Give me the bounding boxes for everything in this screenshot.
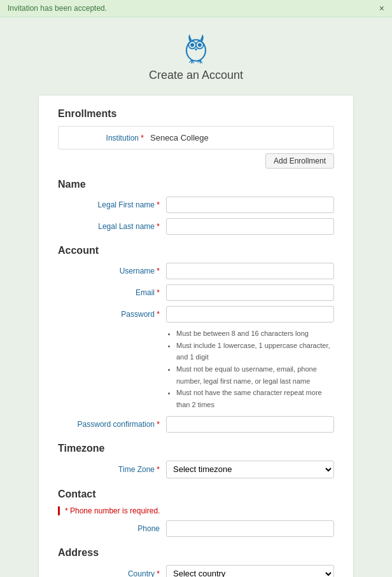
username-row: Username *: [58, 263, 334, 279]
add-enrollment-button[interactable]: Add Enrollment: [265, 153, 334, 169]
enrollment-row: Institution * Seneca College: [67, 133, 325, 143]
notification-bar: Invitation has been accepted. ×: [0, 0, 392, 17]
last-name-input[interactable]: [166, 218, 334, 235]
owl-logo-icon: [180, 30, 212, 65]
enrollment-box: Institution * Seneca College: [58, 126, 334, 149]
address-section-title: Address: [58, 547, 334, 559]
password-confirm-row: Password confirmation *: [58, 416, 334, 433]
email-input[interactable]: [166, 284, 334, 301]
last-name-row: Legal Last name *: [58, 218, 334, 235]
notification-close-button[interactable]: ×: [379, 4, 384, 13]
first-name-row: Legal First name *: [58, 197, 334, 213]
country-label: Country *: [58, 569, 160, 577]
country-row: Country * Select country: [58, 565, 334, 577]
password-hint-2: Must include 1 lowercase, 1 uppercase ch…: [176, 340, 334, 363]
contact-error-text: * Phone number is required.: [65, 506, 160, 515]
password-input[interactable]: [166, 306, 334, 323]
password-row: Password *: [58, 306, 334, 323]
last-name-label: Legal Last name *: [58, 222, 160, 231]
contact-section-title: Contact: [58, 489, 334, 500]
logo-area: Create an Account: [0, 17, 392, 88]
password-confirm-input[interactable]: [166, 416, 334, 433]
notification-message: Invitation has been accepted.: [8, 4, 107, 13]
main-card: Enrollments Institution * Seneca College…: [38, 95, 354, 577]
email-row: Email *: [58, 284, 334, 301]
password-hint-1: Must be between 8 and 16 characters long: [176, 328, 334, 340]
name-section-title: Name: [58, 179, 334, 190]
add-enrollment-wrapper: Add Enrollment: [58, 153, 334, 169]
username-label: Username *: [58, 267, 160, 275]
contact-error-banner: * Phone number is required.: [58, 506, 334, 515]
enrollments-section-title: Enrollments: [58, 108, 334, 120]
username-input[interactable]: [166, 263, 334, 279]
first-name-label: Legal First name *: [58, 200, 160, 209]
svg-point-4: [198, 43, 202, 47]
password-confirm-label: Password confirmation *: [58, 420, 160, 429]
account-section-title: Account: [58, 245, 334, 256]
phone-input[interactable]: [166, 520, 334, 537]
timezone-section-title: Timezone: [58, 443, 334, 454]
phone-row: Phone: [58, 520, 334, 537]
password-hints: Must be between 8 and 16 characters long…: [166, 328, 334, 411]
svg-point-3: [190, 43, 194, 47]
password-hint-3: Must not be equal to username, email, ph…: [176, 363, 334, 387]
phone-label: Phone: [58, 524, 160, 533]
institution-value: Seneca College: [150, 133, 209, 143]
timezone-select[interactable]: Select timezone: [166, 461, 334, 478]
first-name-input[interactable]: [166, 197, 334, 213]
country-select[interactable]: Select country: [166, 565, 334, 577]
email-label: Email *: [58, 288, 160, 297]
timezone-row: Time Zone * Select timezone: [58, 461, 334, 478]
institution-label: Institution *: [67, 134, 144, 143]
timezone-label: Time Zone *: [58, 465, 160, 474]
page-title: Create an Account: [149, 69, 243, 82]
password-hint-4: Must not have the same character repeat …: [176, 387, 334, 410]
password-label: Password *: [58, 310, 160, 319]
